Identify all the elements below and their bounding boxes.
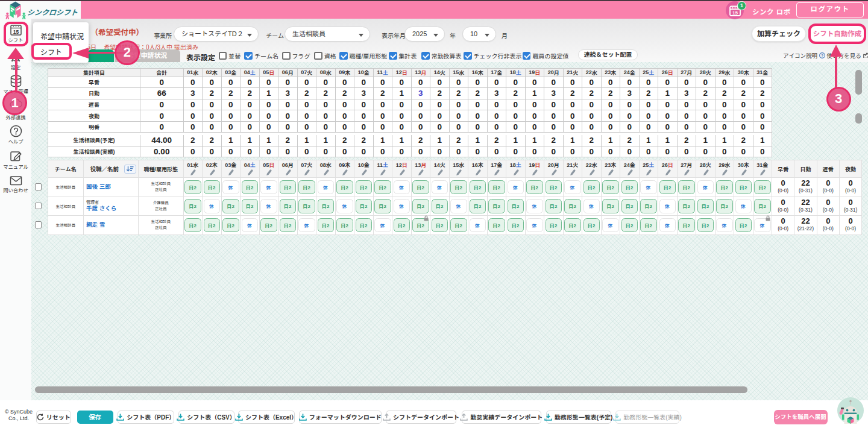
- svg-text:15: 15: [732, 10, 738, 15]
- svg-text:?: ?: [821, 53, 823, 57]
